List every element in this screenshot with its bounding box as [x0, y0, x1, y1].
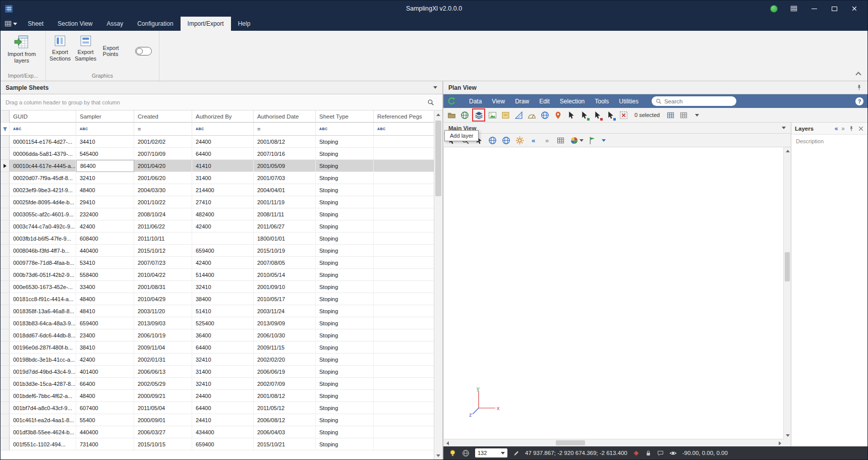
grid-cell[interactable]: 2000/09/21: [134, 390, 192, 402]
main-view-tab[interactable]: Main View: [443, 123, 791, 134]
world-refresh-button[interactable]: [500, 135, 512, 146]
refresh-button[interactable]: [447, 97, 456, 105]
grid-cell[interactable]: 659400: [192, 438, 254, 450]
grid-cell[interactable]: Stoping: [316, 269, 374, 281]
minimize-button[interactable]: [805, 1, 823, 17]
world-coordinates-button[interactable]: [539, 109, 551, 121]
color-scheme-button[interactable]: [568, 135, 585, 146]
close-icon[interactable]: [858, 126, 864, 132]
grid-vertical-scrollbar[interactable]: [434, 110, 442, 459]
column-header-referenced-pegs[interactable]: Referenced Pegs: [374, 110, 435, 123]
grid-cell[interactable]: Stoping: [316, 220, 374, 233]
grid-cell[interactable]: [374, 257, 435, 269]
grid-cell[interactable]: 2013/09/09: [254, 317, 316, 329]
grid-cell[interactable]: 0019d7dd-49bd-43c4-9...: [10, 366, 76, 378]
grid-cell[interactable]: 0003c744-c7a0-492c-9...: [10, 220, 76, 233]
grid-cell[interactable]: 24400: [192, 136, 254, 148]
scroll-thumb[interactable]: [785, 252, 790, 281]
diamond-icon[interactable]: [633, 450, 640, 456]
grid-cell[interactable]: 2001/11/19: [254, 196, 316, 208]
filter-cell[interactable]: ABC: [76, 123, 134, 136]
table-row[interactable]: 00025fde-8095-4d4e-b...294102001/10/2227…: [1, 196, 435, 208]
grid-cell[interactable]: 607400: [76, 402, 134, 414]
flag-button[interactable]: [587, 135, 598, 146]
grid-cell[interactable]: 38410: [76, 341, 134, 354]
grid-cell[interactable]: 2010/05/17: [254, 293, 316, 305]
grid-cell[interactable]: 32410: [192, 378, 254, 390]
search-icon[interactable]: [427, 99, 434, 106]
grid-cell[interactable]: [374, 220, 435, 233]
table-row[interactable]: 001bdef6-7bbc-4f62-a...484002000/09/2124…: [1, 390, 435, 402]
grid-cell[interactable]: 2004/03/30: [134, 184, 192, 196]
menu-item-view[interactable]: View: [487, 94, 510, 108]
grid-cell[interactable]: 2001/09/10: [254, 281, 316, 293]
grid-cell[interactable]: 42400: [192, 220, 254, 233]
grid-cell[interactable]: Stoping: [316, 184, 374, 196]
table-row[interactable]: 00010c44-617e-4445-a...864002001/04/2041…: [1, 160, 435, 172]
grid-cell[interactable]: 2001/08/31: [134, 281, 192, 293]
grid-cell[interactable]: 2004/04/01: [254, 184, 316, 196]
grid-cell[interactable]: 2007/10/16: [254, 148, 316, 160]
grid-cell[interactable]: 41410: [192, 160, 254, 172]
filter-cell[interactable]: ABC: [316, 123, 374, 136]
grid-cell[interactable]: 0018358f-13a6-46a8-8...: [10, 305, 76, 317]
table-row[interactable]: 00006dda-5a81-4379-...5454002007/10/0964…: [1, 148, 435, 160]
grid-cell[interactable]: [374, 317, 435, 329]
pin-icon[interactable]: [848, 126, 854, 132]
canvas-vertical-scrollbar[interactable]: [783, 147, 791, 439]
grid-cell[interactable]: 2010/04/29: [134, 293, 192, 305]
grid-cell[interactable]: 214400: [192, 184, 254, 196]
add-layer-button[interactable]: [474, 110, 484, 121]
grid-cell[interactable]: [374, 281, 435, 293]
grid-cell[interactable]: 659400: [192, 245, 254, 257]
group-by-bar[interactable]: Drag a column header to group by that co…: [1, 94, 442, 110]
grid-cell[interactable]: 001bf7d4-a8c0-43cf-9...: [10, 402, 76, 414]
show-grid-button[interactable]: [555, 135, 566, 146]
grid-cell[interactable]: 24410: [192, 414, 254, 426]
grid-cell[interactable]: 29410: [76, 196, 134, 208]
grid-cell[interactable]: 2001/04/20: [134, 160, 192, 172]
grid-cell[interactable]: 00006dda-5a81-4379-...: [10, 148, 76, 160]
grid-cell[interactable]: Stoping: [316, 281, 374, 293]
table-row[interactable]: 00198bdc-3e1b-41cc-a...424002002/01/3132…: [1, 354, 435, 366]
column-header-sampler[interactable]: Sampler: [76, 110, 134, 123]
scroll-thumb[interactable]: [556, 440, 585, 445]
table-row[interactable]: 0019d7dd-49bd-43c4-9...4014002006/06/133…: [1, 366, 435, 378]
export-samples-button[interactable]: Export Samples: [73, 32, 97, 62]
grid-cell[interactable]: [374, 390, 435, 402]
grid-cell[interactable]: 64400: [192, 402, 254, 414]
angle-measure-button[interactable]: [526, 109, 538, 121]
grid-cell[interactable]: Stoping: [316, 196, 374, 208]
export-points-toggle[interactable]: [135, 47, 152, 55]
scroll-down-button[interactable]: [784, 432, 791, 439]
select-button[interactable]: [565, 109, 577, 121]
grid-cell[interactable]: 42400: [76, 354, 134, 366]
grid-cell[interactable]: 64400: [192, 148, 254, 160]
search-box[interactable]: [652, 96, 736, 106]
grid-cell[interactable]: 32410: [192, 281, 254, 293]
search-input[interactable]: [664, 98, 732, 104]
grid-cell[interactable]: 00010c44-617e-4445-a...: [10, 160, 76, 172]
select-remove-button[interactable]: [592, 109, 603, 121]
column-header-sheet-type[interactable]: Sheet Type: [316, 110, 374, 123]
grid-cell[interactable]: [192, 233, 254, 245]
grid-cell[interactable]: Stoping: [316, 426, 374, 438]
grid-cell[interactable]: 0018dd67-6dc6-44db-8...: [10, 329, 76, 341]
grid-cell[interactable]: [374, 329, 435, 341]
grid-cell[interactable]: 48400: [76, 184, 134, 196]
grid-cell[interactable]: Stoping: [316, 160, 374, 172]
measure-button[interactable]: [513, 109, 525, 121]
tab-help[interactable]: Help: [231, 17, 258, 31]
map-canvas[interactable]: y x z: [443, 147, 791, 446]
grid-cell[interactable]: 000e6530-1673-452e-...: [10, 281, 76, 293]
export-selection-button[interactable]: [665, 109, 676, 121]
grid-cell[interactable]: 48410: [76, 305, 134, 317]
toolbar-more-button[interactable]: [691, 109, 703, 121]
select-box-button[interactable]: [605, 109, 616, 121]
grid-cell[interactable]: 2015/10/19: [254, 245, 316, 257]
grid-cell[interactable]: 2006/03/27: [134, 426, 192, 438]
grid-cell[interactable]: 731400: [76, 438, 134, 450]
table-row[interactable]: 0003055c-af2c-4601-9...2324002008/10/244…: [1, 208, 435, 220]
grid-cell[interactable]: Stoping: [316, 257, 374, 269]
grid-cell[interactable]: 558400: [76, 269, 134, 281]
